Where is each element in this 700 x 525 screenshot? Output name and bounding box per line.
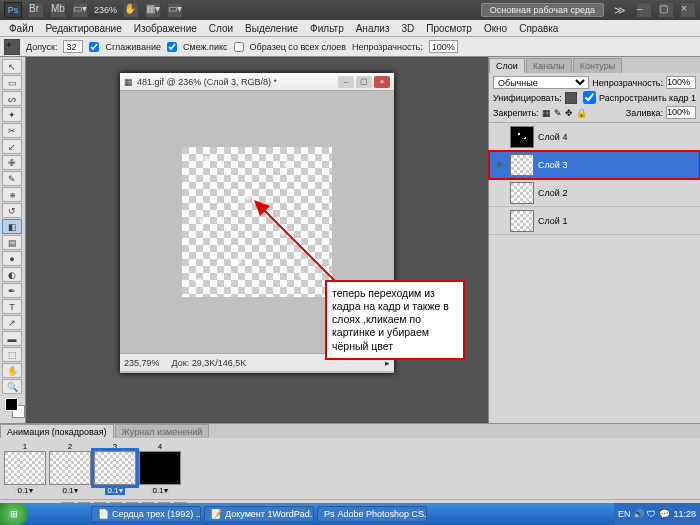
unify-icon[interactable] [565, 92, 577, 104]
clock[interactable]: 11:28 [673, 509, 696, 519]
menu-select[interactable]: Выделение [240, 22, 303, 35]
menu-window[interactable]: Окно [479, 22, 512, 35]
tab-history[interactable]: Журнал изменений [115, 424, 210, 438]
tray-icon[interactable]: 🛡 [647, 509, 656, 519]
eyedropper-tool[interactable]: ↙ [2, 139, 22, 154]
gradient-tool[interactable]: ▤ [2, 235, 22, 250]
layer-name[interactable]: Слой 4 [538, 132, 567, 142]
menu-analysis[interactable]: Анализ [351, 22, 395, 35]
lock-pixels-icon[interactable]: ▦ [542, 108, 551, 118]
layer-thumb[interactable] [510, 182, 534, 204]
zoom-tool[interactable]: 🔍 [2, 379, 22, 394]
blur-tool[interactable]: ● [2, 251, 22, 266]
expand-icon[interactable]: ≫ [614, 4, 626, 17]
opacity-field[interactable]: 100% [429, 40, 458, 53]
layer-name[interactable]: Слой 1 [538, 216, 567, 226]
pen-tool[interactable]: ✒ [2, 283, 22, 298]
task-item[interactable]: PsAdobe Photoshop CS... [317, 506, 427, 522]
shape-tool[interactable]: ▬ [2, 331, 22, 346]
layer-thumb[interactable] [510, 210, 534, 232]
layer-name[interactable]: Слой 3 [538, 160, 567, 170]
fill-field[interactable]: 100% [666, 106, 696, 119]
lock-brush-icon[interactable]: ✎ [554, 108, 562, 118]
menu-3d[interactable]: 3D [396, 22, 419, 35]
tab-layers[interactable]: Слои [489, 58, 525, 73]
frame[interactable]: 20.1▾ [49, 442, 91, 495]
menu-help[interactable]: Справка [514, 22, 563, 35]
start-button[interactable]: ⊞ [0, 503, 28, 525]
tray-icon[interactable]: 💬 [659, 509, 670, 519]
tab-paths[interactable]: Контуры [573, 58, 622, 73]
lock-move-icon[interactable]: ✥ [565, 108, 573, 118]
close-icon[interactable]: × [680, 2, 696, 18]
menu-edit[interactable]: Редактирование [41, 22, 127, 35]
layer-thumb[interactable] [510, 126, 534, 148]
healing-tool[interactable]: ✙ [2, 155, 22, 170]
path-tool[interactable]: ↗ [2, 315, 22, 330]
arrange-icon[interactable]: ▦▾ [145, 2, 161, 18]
visibility-icon[interactable]: 👁 [492, 158, 506, 172]
bridge-icon[interactable]: Br [28, 2, 44, 18]
task-item[interactable]: 📝Документ 1WordPad... [204, 506, 314, 522]
hand-icon[interactable]: ✋ [123, 2, 139, 18]
lock-all-icon[interactable]: 🔒 [576, 108, 587, 118]
lang-indicator[interactable]: EN [618, 509, 631, 519]
frame[interactable]: 30.1▾ [94, 442, 136, 495]
min-icon[interactable]: – [636, 2, 652, 18]
system-tray[interactable]: EN 🔊 🛡 💬 11:28 [614, 503, 700, 525]
menu-file[interactable]: Файл [4, 22, 39, 35]
crop-tool[interactable]: ✂ [2, 123, 22, 138]
tab-channels[interactable]: Каналы [526, 58, 572, 73]
propagate-checkbox[interactable] [583, 91, 596, 104]
visibility-icon[interactable] [492, 214, 506, 228]
tool-preset-icon[interactable]: ✦ [4, 39, 20, 55]
move-tool[interactable]: ↖ [2, 59, 22, 74]
tab-animation[interactable]: Анимация (покадровая) [0, 424, 114, 438]
stamp-tool[interactable]: ⎈ [2, 187, 22, 202]
tray-icon[interactable]: 🔊 [633, 509, 644, 519]
doc-close-icon[interactable]: × [374, 76, 390, 88]
layer-row[interactable]: 👁 Слой 3 [489, 151, 700, 179]
workspace-switcher[interactable]: Основная рабочая среда [481, 3, 604, 17]
marquee-tool[interactable]: ▭ [2, 75, 22, 90]
layer-thumb[interactable] [510, 154, 534, 176]
doc-max-icon[interactable]: ▢ [356, 76, 372, 88]
document-titlebar[interactable]: ▦ 481.gif @ 236% (Слой 3, RGB/8) * – ▢ × [120, 73, 394, 91]
color-swatches[interactable] [2, 395, 23, 421]
layer-opacity-field[interactable]: 100% [666, 76, 696, 89]
status-docsize[interactable]: Док: 29,3K/146,5K [172, 358, 247, 368]
layer-row[interactable]: Слой 1 [489, 207, 700, 235]
task-item[interactable]: 📄Сердца трех (1992) ... [91, 506, 201, 522]
layer-row[interactable]: Слой 2 [489, 179, 700, 207]
max-icon[interactable]: ▢ [658, 2, 674, 18]
blend-mode-select[interactable]: Обычные [493, 76, 589, 89]
3d-tool[interactable]: ⬚ [2, 347, 22, 362]
menu-layer[interactable]: Слои [204, 22, 238, 35]
menu-image[interactable]: Изображение [129, 22, 202, 35]
mb-icon[interactable]: Mb [50, 2, 66, 18]
layer-name[interactable]: Слой 2 [538, 188, 567, 198]
doc-min-icon[interactable]: – [338, 76, 354, 88]
status-zoom[interactable]: 235,79% [124, 358, 160, 368]
visibility-icon[interactable] [492, 130, 506, 144]
brush-tool[interactable]: ✎ [2, 171, 22, 186]
history-brush-tool[interactable]: ↺ [2, 203, 22, 218]
antialias-checkbox[interactable] [89, 42, 99, 52]
tolerance-field[interactable]: 32 [63, 40, 83, 53]
all-layers-checkbox[interactable] [234, 42, 244, 52]
frame[interactable]: 40.1▾ [139, 442, 181, 495]
lasso-tool[interactable]: ᔕ [2, 91, 22, 106]
wand-tool[interactable]: ✦ [2, 107, 22, 122]
menu-view[interactable]: Просмотр [421, 22, 477, 35]
hand-tool[interactable]: ✋ [2, 363, 22, 378]
eraser-tool[interactable]: ◧ [2, 219, 22, 234]
dodge-tool[interactable]: ◐ [2, 267, 22, 282]
visibility-icon[interactable] [492, 186, 506, 200]
layer-row[interactable]: Слой 4 [489, 123, 700, 151]
view-icon[interactable]: ▭▾ [72, 2, 88, 18]
type-tool[interactable]: T [2, 299, 22, 314]
frame[interactable]: 10.1▾ [4, 442, 46, 495]
zoom-level[interactable]: 236% [94, 5, 117, 15]
screen-icon[interactable]: ▭▾ [167, 2, 183, 18]
contiguous-checkbox[interactable] [167, 42, 177, 52]
